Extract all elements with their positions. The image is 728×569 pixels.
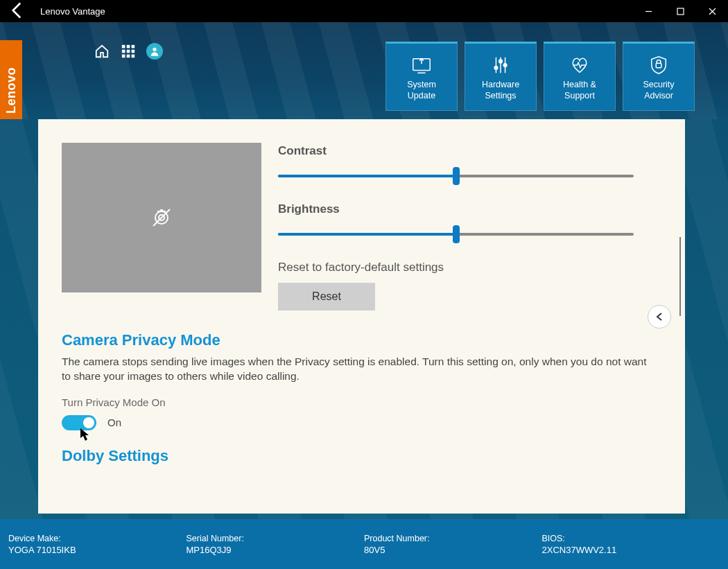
svg-rect-1 [122,45,125,49]
svg-point-13 [499,60,503,63]
privacy-toggle[interactable] [62,415,96,430]
content-card: Contrast Brightness Reset to factory-def… [38,119,685,514]
brightness-label: Brightness [278,202,634,216]
tile-health-support[interactable]: Health & Support [544,42,616,111]
minimize-button[interactable] [632,0,664,22]
svg-rect-5 [127,50,130,53]
svg-rect-7 [122,55,125,58]
apps-icon[interactable] [120,43,137,60]
maximize-button[interactable] [664,0,696,22]
top-icons [94,43,163,60]
product-value: 80V5 [364,545,542,555]
brightness-slider[interactable] [278,233,634,236]
svg-point-12 [494,67,498,70]
camera-off-icon [148,204,175,231]
svg-rect-3 [132,45,135,49]
serial-label: Serial Number: [187,534,365,543]
tile-system-update[interactable]: System Update [385,42,458,111]
svg-rect-6 [132,50,135,53]
scrollbar[interactable] [679,237,681,316]
svg-point-14 [503,64,507,67]
camera-preview [62,143,261,292]
tile-hardware-settings[interactable]: Hardware Settings [465,42,537,111]
footer: Device Make: YOGA 71015IKB Serial Number… [0,519,728,569]
svg-rect-4 [122,50,125,53]
svg-rect-2 [127,45,130,49]
cursor-icon [80,428,91,444]
bios-value: 2XCN37WWV2.11 [542,545,720,555]
collapse-arrow-button[interactable] [648,305,671,329]
device-make-label: Device Make: [8,534,187,543]
bios-label: BIOS: [542,534,720,543]
privacy-toggle-state: On [107,417,121,428]
nav-tiles: System Update Hardware Settings Health &… [385,42,695,111]
svg-rect-8 [127,55,130,58]
privacy-title: Camera Privacy Mode [62,331,661,349]
contrast-label: Contrast [278,144,634,158]
svg-point-10 [153,48,156,51]
svg-rect-15 [656,64,661,69]
dolby-title: Dolby Settings [62,447,661,465]
window-title: Lenovo Vantage [26,6,105,17]
serial-value: MP16Q3J9 [187,545,365,555]
back-button[interactable] [7,1,26,22]
contrast-slider[interactable] [278,175,634,177]
header: Lenovo System Update Hardware Settings H [0,22,728,119]
reset-button[interactable]: Reset [278,283,375,310]
svg-rect-0 [677,8,684,15]
home-icon[interactable] [94,43,110,60]
titlebar: Lenovo Vantage [0,0,728,22]
device-make-value: YOGA 71015IKB [8,545,187,555]
close-button[interactable] [696,0,728,22]
privacy-toggle-label: Turn Privacy Mode On [62,396,661,408]
tile-security-advisor[interactable]: Security Advisor [623,42,695,111]
svg-rect-9 [132,55,135,58]
user-icon[interactable] [146,43,163,60]
privacy-desc: The camera stops sending live images whe… [62,355,658,384]
product-label: Product Number: [364,534,542,543]
reset-label: Reset to factory-default settings [278,261,634,274]
